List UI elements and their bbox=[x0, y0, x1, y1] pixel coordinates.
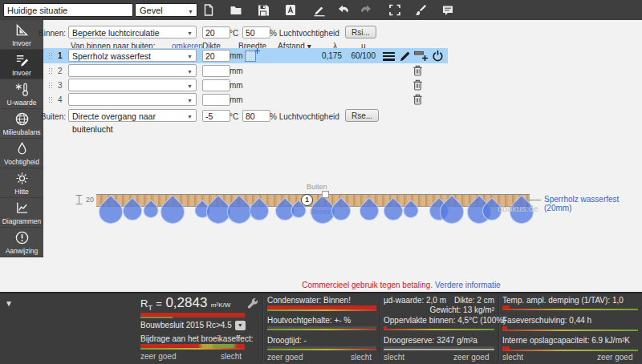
layer-resize-handle[interactable] bbox=[322, 191, 329, 198]
scale-bad-label: slecht bbox=[351, 353, 372, 362]
layer3-dikte-input[interactable] bbox=[202, 79, 230, 91]
layer-number: 1 bbox=[58, 51, 63, 60]
binnen-humidity-input[interactable] bbox=[242, 26, 270, 38]
sidebar-item-diagrammen[interactable]: Diagrammen bbox=[0, 198, 43, 228]
sidebar-item-aanwijzing[interactable]: Aanwijzing bbox=[0, 228, 43, 257]
trash-icon[interactable] bbox=[412, 65, 423, 79]
scale-good-label: zeer goed bbox=[597, 353, 632, 362]
signature-icon[interactable] bbox=[313, 3, 327, 17]
texture-swatch-icon[interactable] bbox=[245, 51, 256, 62]
commercial-notice: Commercieel gebruik tegen betaling. Verd… bbox=[241, 281, 562, 289]
panel-divider bbox=[380, 297, 381, 361]
buiten-temp-input[interactable] bbox=[202, 110, 230, 122]
component-select-value: Gevel bbox=[140, 6, 163, 15]
opslagcapaciteit-label: Interne opslagcapaciteit: 6.9 kJ/m²K bbox=[502, 336, 630, 345]
bouwbesluit-label: Bouwbesluit 2015 Rc>4.5 bbox=[140, 321, 232, 330]
buiten-label: Buiten: bbox=[39, 112, 66, 121]
pencil-icon[interactable] bbox=[400, 51, 411, 65]
buiten-condition-value: Directe overgang naar buitenlucht bbox=[72, 111, 156, 134]
rse-button[interactable]: Rse... bbox=[345, 109, 379, 122]
scale-bad-label: slecht bbox=[221, 352, 242, 361]
sidebar-item-label: Vochtigheid bbox=[0, 158, 43, 166]
layer4-dikte-input[interactable] bbox=[202, 94, 230, 106]
dimension-icon[interactable] bbox=[75, 194, 83, 208]
broeikas-quality-bar bbox=[140, 344, 245, 350]
component-select[interactable]: Gevel ▼ bbox=[135, 3, 197, 17]
sidebar-item-milieubalans[interactable]: Milieubalans bbox=[0, 109, 43, 139]
sidebar-item-hitte[interactable]: Hitte bbox=[0, 168, 43, 198]
drag-handle[interactable] bbox=[48, 52, 53, 60]
binnen-label: Binnen: bbox=[39, 29, 66, 38]
layer-thickness-label: 20 bbox=[86, 196, 94, 204]
layer4-unit: mm bbox=[230, 95, 243, 104]
rt-symbol: R bbox=[140, 297, 148, 309]
scale-good-label: zeer goed bbox=[267, 353, 303, 362]
app-window: Gevel ▼ bbox=[0, 0, 642, 364]
trash-icon[interactable] bbox=[412, 94, 423, 108]
binnen-temp-input[interactable] bbox=[202, 26, 230, 38]
layer2-dikte-input[interactable] bbox=[202, 65, 230, 77]
binnen-condition-select[interactable]: Beperkte luchtcirculatie ▼ bbox=[68, 26, 197, 38]
new-file-icon[interactable] bbox=[202, 3, 216, 17]
panel-divider bbox=[498, 297, 500, 361]
layer-number: 4 bbox=[58, 95, 63, 104]
rt-value-line: RT = 0,2843 m²K/W bbox=[140, 295, 230, 312]
dikte-label: Dikte: 2 cm bbox=[454, 296, 494, 305]
power-icon[interactable] bbox=[432, 50, 444, 65]
comment-icon[interactable] bbox=[441, 3, 455, 17]
drag-handle[interactable] bbox=[48, 67, 53, 75]
layer1-unit: mm bbox=[230, 51, 243, 60]
layer1-dikte-input[interactable] bbox=[202, 50, 230, 62]
scale-good-label: zeer goed bbox=[453, 353, 489, 362]
save-icon[interactable] bbox=[257, 3, 270, 17]
paintbrush-icon[interactable] bbox=[414, 3, 428, 17]
trash-icon[interactable] bbox=[412, 79, 423, 94]
undo-icon[interactable] bbox=[337, 3, 351, 17]
layer1-material-select[interactable]: Sperrholz wasserfest ▼ bbox=[68, 49, 197, 62]
rt-unit: m²K/W bbox=[211, 301, 230, 309]
layer-marker-badge[interactable]: 1 bbox=[301, 194, 313, 206]
collapse-panel-icon[interactable]: ▼ bbox=[5, 299, 13, 308]
layer1-mu: 60/100 bbox=[345, 51, 376, 60]
buiten-humidity-input[interactable] bbox=[242, 110, 270, 122]
binnen-condition-value: Beperkte luchtcirculatie bbox=[72, 28, 160, 38]
layer3-unit: mm bbox=[230, 81, 243, 90]
wrench-icon[interactable] bbox=[247, 297, 258, 312]
droogreserve-bar bbox=[384, 346, 494, 350]
fullscreen-icon[interactable] bbox=[388, 3, 402, 17]
buiten-condition-select[interactable]: Directe overgang naar buitenlucht ▼ bbox=[68, 109, 197, 122]
add-layer-icon[interactable] bbox=[414, 51, 429, 65]
chevron-down-icon: ▼ bbox=[188, 5, 193, 18]
panel-divider bbox=[262, 297, 264, 361]
sidebar-item-u-waarde[interactable]: U-waarde bbox=[0, 79, 43, 109]
notice-link[interactable]: Verdere informatie bbox=[435, 281, 501, 289]
droogtijd-bar bbox=[267, 346, 376, 350]
rt-value: 0,2843 bbox=[165, 295, 207, 310]
binnen-temp-unit: °C bbox=[230, 29, 238, 38]
drag-handle[interactable] bbox=[48, 96, 53, 104]
temp-demping-label: Temp. ampl. demping (1/TAV): 1,0 bbox=[502, 296, 624, 305]
opslagcapaciteit-bar bbox=[502, 346, 638, 351]
temp-demping-bar bbox=[502, 305, 638, 310]
pdf-export-icon[interactable] bbox=[284, 3, 298, 17]
houtvocht-bar bbox=[267, 326, 376, 330]
layer4-material-select[interactable]: ▼ bbox=[68, 93, 197, 106]
droogtijd-label: Droogtijd: - bbox=[267, 336, 307, 345]
broeikas-label: Bijdrage aan het broeikaseffect: bbox=[140, 334, 253, 343]
sidebar-item-vochtigheid[interactable]: Vochtigheid bbox=[0, 139, 43, 168]
sidebar-item-invoer-geometry[interactable]: Invoer bbox=[0, 20, 43, 50]
rsi-button[interactable]: Rsi... bbox=[345, 26, 376, 38]
scale-good-label: zeer goed bbox=[140, 352, 176, 361]
sidebar-item-label: Milieubalans bbox=[0, 128, 43, 136]
project-name-input[interactable] bbox=[3, 3, 133, 17]
redo-icon[interactable] bbox=[360, 3, 373, 17]
open-folder-icon[interactable] bbox=[230, 3, 243, 17]
layer2-material-select[interactable]: ▼ bbox=[68, 64, 197, 77]
menu-icon[interactable] bbox=[383, 52, 395, 61]
buiten-side-label: Buiten bbox=[307, 183, 327, 191]
layer3-material-select[interactable]: ▼ bbox=[68, 79, 197, 91]
bouwbesluit-dropdown-icon[interactable]: ▼ bbox=[235, 321, 246, 330]
drag-handle[interactable] bbox=[48, 82, 53, 90]
sidebar-item-invoer-layers[interactable]: Invoer bbox=[0, 50, 43, 79]
sidebar-item-label: Diagrammen bbox=[0, 217, 43, 225]
